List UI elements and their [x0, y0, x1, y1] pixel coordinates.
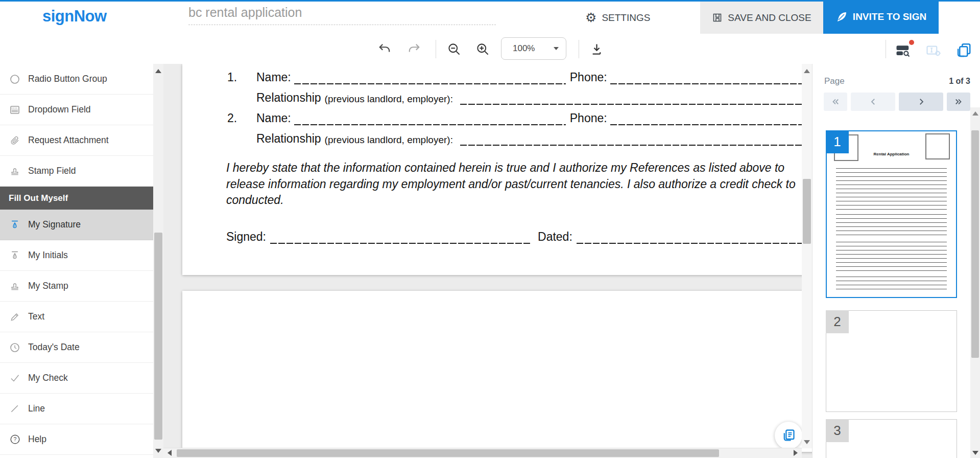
blank-line [577, 232, 812, 244]
panel-scrollbar[interactable] [970, 107, 980, 458]
relationship-hint: (previous landlord, employer): [321, 94, 453, 105]
check-icon [9, 373, 20, 384]
scroll-up-arrow[interactable] [972, 111, 978, 116]
settings-button[interactable]: ⚙ SETTINGS [585, 2, 650, 34]
blank-line [610, 72, 812, 84]
document-page-2[interactable] [182, 291, 812, 452]
document-page-1[interactable]: 1. Name: Phone: Relationship (previous l… [182, 64, 812, 275]
statement-line: release information regarding my employm… [226, 176, 812, 193]
download-icon[interactable] [590, 42, 603, 56]
gear-icon: ⚙ [585, 11, 596, 24]
sidebar-item-line[interactable]: Line [0, 394, 153, 424]
signed-label: Signed: [226, 230, 266, 244]
document-search-icon[interactable] [895, 42, 912, 59]
phone-label: Phone: [570, 71, 607, 84]
sidebar-item-text[interactable]: Text [0, 302, 153, 332]
sidebar-item-radio-button-group[interactable]: Radio Button Group [0, 64, 153, 95]
blank-line [270, 232, 531, 244]
document-title[interactable]: bc rental application [188, 5, 496, 20]
sidebar-item-todays-date[interactable]: Today's Date [0, 332, 153, 363]
zoom-level-select[interactable]: 100% [501, 37, 566, 60]
sidebar-item-request-attachment[interactable]: Request Attachment [0, 125, 153, 156]
scroll-down-arrow[interactable] [155, 449, 161, 453]
document-hscrollbar-thumb[interactable] [177, 449, 719, 457]
sidebar-item-my-signature[interactable]: My Signature [0, 210, 153, 240]
scroll-down-arrow[interactable] [804, 440, 810, 444]
radio-icon [9, 74, 20, 85]
signnow-logo: signNow [42, 7, 107, 26]
relationship-label: Relationship [256, 132, 321, 146]
document-horizontal-scrollbar[interactable] [163, 448, 802, 458]
help-icon: ? [9, 434, 20, 445]
scroll-right-arrow[interactable] [794, 450, 798, 456]
feather-icon [835, 11, 848, 23]
pencil-icon [9, 311, 20, 323]
page-thumbnail-1[interactable]: 1 Rental Application [826, 130, 957, 298]
name-label: Name: [256, 111, 291, 125]
thumbnail-text-lines [836, 214, 947, 238]
thumbnail-doc-title: Rental Application [827, 152, 956, 156]
statement-line: I hereby state that the information cont… [226, 160, 812, 176]
invite-to-sign-button[interactable]: INVITE TO SIGN [823, 0, 939, 34]
toolbar-separator [436, 40, 436, 58]
sidebar-item-help[interactable]: ? Help [0, 424, 153, 455]
stamp-icon [9, 281, 20, 292]
pen-nib-icon [9, 219, 20, 231]
sidebar-item-my-check[interactable]: My Check [0, 363, 153, 394]
phone-label: Phone: [570, 111, 607, 125]
feedback-chat-button[interactable] [775, 422, 802, 449]
sidebar-item-label: My Signature [28, 219, 81, 230]
undo-icon[interactable] [378, 42, 391, 56]
sidebar-item-stamp-field[interactable]: Stamp Field [0, 156, 153, 187]
zoom-level-value: 100% [513, 43, 554, 54]
first-page-button[interactable] [824, 93, 847, 111]
save-and-close-button[interactable]: SAVE AND CLOSE [700, 2, 823, 34]
blank-line [294, 113, 566, 125]
page-thumbnail-2[interactable]: 2 [826, 310, 957, 412]
sidebar-scrollbar-thumb[interactable] [154, 233, 162, 440]
sidebar-item-label: Stamp Field [28, 166, 76, 176]
page-thumbnail-3[interactable]: 3 [826, 419, 957, 458]
reference-number: 1. [227, 71, 256, 84]
fields-sidebar: Radio Button Group Dropdown Field Reques… [0, 64, 153, 458]
sidebar-item-label: My Initials [28, 250, 68, 261]
thumbnail-text-lines [836, 168, 947, 210]
paperclip-icon [9, 135, 20, 146]
next-page-button[interactable] [899, 93, 943, 111]
settings-label: SETTINGS [602, 12, 650, 24]
dated-label: Dated: [538, 230, 572, 244]
scroll-up-arrow[interactable] [155, 69, 161, 73]
sidebar-item-label: Text [28, 311, 44, 322]
invite-label: INVITE TO SIGN [853, 11, 926, 22]
sidebar-item-label: Today's Date [28, 342, 80, 353]
scroll-up-arrow[interactable] [804, 69, 810, 73]
blank-line [460, 93, 812, 105]
page-indicator: 1 of 3 [949, 77, 970, 86]
copy-pages-icon[interactable] [956, 42, 973, 59]
document-vertical-scrollbar[interactable] [802, 64, 812, 448]
sidebar-item-my-initials[interactable]: My Initials [0, 240, 153, 271]
document-title-field[interactable]: bc rental application [188, 5, 496, 25]
signnow-editor: signNow bc rental application ⚙ SETTINGS… [0, 0, 980, 458]
scroll-left-arrow[interactable] [168, 450, 172, 456]
toolbar-separator [579, 40, 579, 58]
zoom-out-icon[interactable] [447, 42, 461, 56]
last-page-button[interactable] [947, 93, 970, 111]
previous-page-button[interactable] [851, 93, 895, 111]
stamp-icon [9, 166, 20, 177]
blank-line [294, 72, 566, 84]
statement-line: conducted. [226, 192, 812, 209]
panel-scrollbar-thumb[interactable] [971, 130, 979, 358]
zoom-in-icon[interactable] [476, 42, 489, 56]
sidebar-item-my-stamp[interactable]: My Stamp [0, 271, 153, 302]
sidebar-item-dropdown-field[interactable]: Dropdown Field [0, 95, 153, 125]
toolbar-separator [886, 40, 886, 58]
scroll-down-arrow[interactable] [972, 451, 978, 455]
sidebar-scrollbar[interactable] [153, 64, 163, 458]
page-navigation [824, 93, 970, 111]
redo-icon[interactable] [408, 42, 421, 56]
blank-line [460, 133, 812, 146]
document-scrollbar-thumb[interactable] [803, 179, 811, 244]
sidebar-item-label: Help [28, 434, 46, 445]
line-icon [9, 403, 20, 415]
